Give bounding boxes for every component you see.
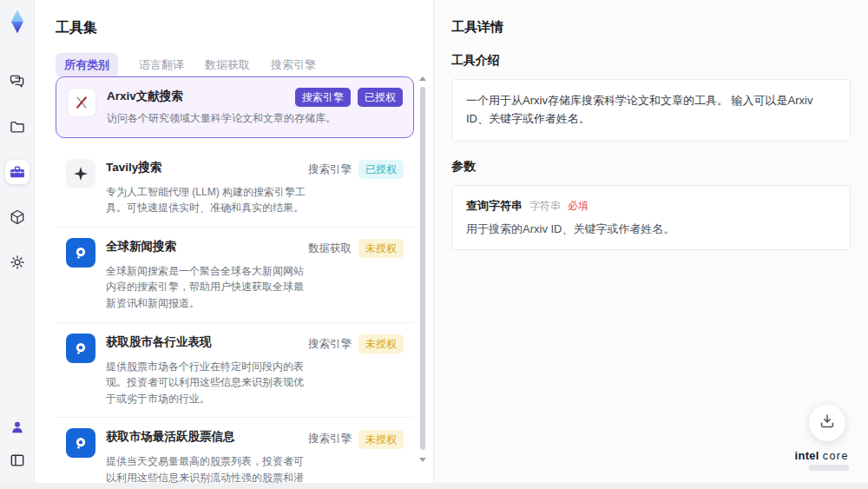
- download-icon: [818, 412, 837, 434]
- auth-status-badge: 未授权: [358, 430, 404, 449]
- app-logo-icon: [5, 9, 30, 35]
- auth-status-badge: 未授权: [358, 239, 404, 258]
- chat-icon: [9, 73, 26, 90]
- tools-panel: 工具集 所有类别 语言翻译 数据获取 搜索引擎 Arxiv文献搜索: [35, 0, 434, 483]
- tool-card-arxiv[interactable]: Arxiv文献搜索 搜索引擎 已授权 访问各个研究领域大量科学论文和文章的存储库…: [56, 76, 414, 138]
- app-window: 工具集 所有类别 语言翻译 数据获取 搜索引擎 Arxiv文献搜索: [0, 0, 868, 483]
- param-required-flag: 必填: [568, 199, 589, 214]
- sidebar-collapse-toggle[interactable]: [5, 448, 30, 472]
- auth-status-badge: 未授权: [358, 334, 404, 354]
- auth-status-badge: 已授权: [358, 88, 403, 107]
- category-label: 搜索引擎: [308, 159, 352, 181]
- folder-icon: [9, 118, 26, 135]
- download-button[interactable]: [809, 405, 845, 441]
- scrollbar[interactable]: [419, 76, 426, 474]
- sidebar-item-files[interactable]: [5, 115, 30, 139]
- details-title: 工具详情: [451, 19, 851, 36]
- panel-toggle-icon: [9, 452, 26, 469]
- tool-name: Tavily搜索: [106, 159, 161, 176]
- category-badge: 搜索引擎: [295, 88, 351, 107]
- tool-description: 全球新闻搜索是一个聚合全球各大新闻网站内容的搜索引擎，帮助用户快速获取全球最新资…: [106, 263, 312, 312]
- tool-description: 提供股票市场各个行业在特定时间段内的表现。投资者可以利用这些信息来识别表现优于或…: [106, 359, 312, 407]
- tool-card-active-stocks[interactable]: 获取市场最活跃股票信息 搜索引擎 未授权 提供当天交易量最高的股票列表，投资者可…: [56, 418, 414, 483]
- intel-core-logo: intel core: [795, 449, 849, 471]
- briefcase-icon: [9, 163, 26, 181]
- sidebar-item-chat[interactable]: [5, 69, 30, 94]
- category-label: 搜索引擎: [308, 428, 352, 450]
- gear-icon: [9, 254, 26, 271]
- tool-name: 获取股市各行业表现: [106, 334, 212, 351]
- sidebar: [0, 0, 35, 483]
- tab-language-translation[interactable]: 语言翻译: [139, 57, 184, 73]
- user-avatar-icon: [9, 419, 26, 436]
- param-type: 字符串: [529, 199, 561, 214]
- tool-name: Arxiv文献搜索: [107, 88, 183, 105]
- scrollbar-thumb[interactable]: [420, 87, 425, 450]
- page-title: 工具集: [56, 19, 433, 37]
- tool-description: 提供当天交易量最高的股票列表，投资者可以利用这些信息来识别流动性强的股票和潜在的…: [106, 453, 312, 483]
- cube-icon: [9, 208, 26, 226]
- sidebar-item-account[interactable]: [5, 415, 30, 439]
- sidebar-nav: [5, 35, 30, 274]
- scroll-up-arrow-icon[interactable]: [419, 76, 426, 81]
- param-name: 查询字符串: [466, 198, 523, 214]
- tool-description: 专为人工智能代理 (LLM) 构建的搜索引擎工具。可快速提供实时、准确和真实的结…: [106, 184, 312, 216]
- tab-search-engine[interactable]: 搜索引擎: [271, 57, 316, 73]
- sidebar-item-tools[interactable]: [5, 160, 30, 184]
- sidebar-item-packages[interactable]: [5, 205, 30, 229]
- param-description: 用于搜索的Arxiv ID、关键字或作者姓名。: [466, 221, 836, 237]
- sidebar-bottom: [5, 415, 30, 472]
- brand-intel-text: intel: [795, 449, 819, 462]
- category-label: 数据获取: [308, 238, 352, 260]
- scroll-down-arrow-icon[interactable]: [419, 458, 426, 462]
- intro-box: 一个用于从Arxiv存储库搜索科学论文和文章的工具。 输入可以是Arxiv ID…: [451, 79, 851, 142]
- tavily-star-icon: [66, 159, 95, 188]
- tab-data-fetch[interactable]: 数据获取: [205, 57, 250, 73]
- tool-list: Arxiv文献搜索 搜索引擎 已授权 访问各个研究领域大量科学论文和文章的存储库…: [56, 76, 414, 483]
- news-app-icon: [66, 428, 95, 458]
- tool-name: 获取市场最活跃股票信息: [106, 428, 235, 446]
- sidebar-item-settings[interactable]: [5, 250, 30, 274]
- auth-status-badge: 已授权: [358, 160, 404, 179]
- tool-description: 访问各个研究领域大量科学论文和文章的存储库。: [107, 110, 403, 127]
- tool-card-tavily[interactable]: Tavily搜索 搜索引擎 已授权 专为人工智能代理 (LLM) 构建的搜索引擎…: [56, 149, 414, 228]
- intro-heading: 工具介绍: [451, 53, 851, 69]
- brand-core-text: core: [823, 450, 849, 462]
- category-label: 搜索引擎: [308, 334, 352, 355]
- params-heading: 参数: [451, 159, 851, 175]
- tool-details-panel: 工具详情 工具介绍 一个用于从Arxiv存储库搜索科学论文和文章的工具。 输入可…: [434, 0, 868, 483]
- intro-text: 一个用于从Arxiv存储库搜索科学论文和文章的工具。 输入可以是Arxiv ID…: [466, 92, 836, 129]
- news-app-icon: [66, 334, 95, 363]
- brand-sub-mark: [809, 465, 849, 471]
- tool-name: 全球新闻搜索: [106, 238, 176, 255]
- news-app-icon: [66, 238, 95, 268]
- category-tabs: 所有类别 语言翻译 数据获取 搜索引擎: [56, 53, 433, 77]
- tab-all-categories[interactable]: 所有类别: [56, 53, 118, 77]
- param-box: 查询字符串 字符串 必填 用于搜索的Arxiv ID、关键字或作者姓名。: [451, 185, 851, 250]
- tool-card-global-news[interactable]: 全球新闻搜索 数据获取 未授权 全球新闻搜索是一个聚合全球各大新闻网站内容的搜索…: [56, 228, 414, 323]
- tool-card-sector-performance[interactable]: 获取股市各行业表现 搜索引擎 未授权 提供股票市场各个行业在特定时间段内的表现。…: [56, 323, 414, 419]
- arxiv-logo-icon: [67, 88, 96, 117]
